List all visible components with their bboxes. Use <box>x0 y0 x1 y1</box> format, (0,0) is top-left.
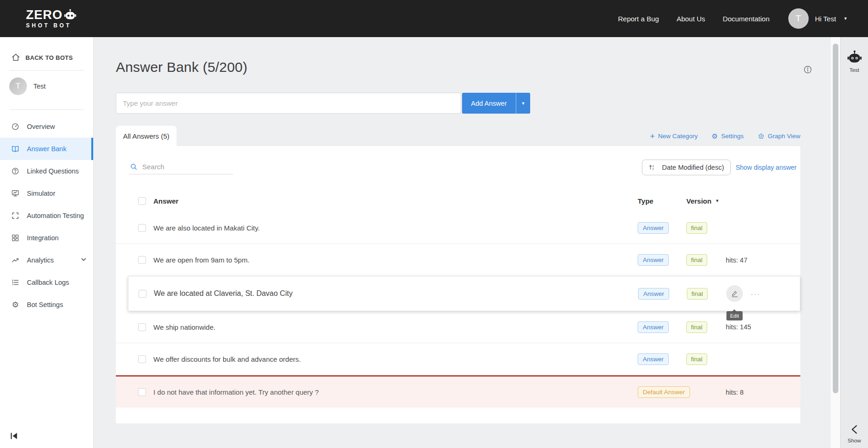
sidebar-item-integration[interactable]: Integration <box>0 227 93 249</box>
table-row[interactable]: We offer discounts for bulk and advance … <box>116 343 800 375</box>
sidebar-item-label: Integration <box>27 234 59 242</box>
table-row-hovered[interactable]: We are located at Claveria, St. Davao Ci… <box>128 276 800 311</box>
table-row[interactable]: We are open from 9am to 5pm. Answer fina… <box>116 244 800 276</box>
nav-report-a-bug[interactable]: Report a Bug <box>618 15 659 23</box>
sidebar-item-answer-bank[interactable]: Answer Bank <box>0 138 93 160</box>
plus-icon: + <box>650 134 655 139</box>
answer-text: We offer discounts for bulk and advance … <box>153 355 631 363</box>
select-all-checkbox[interactable] <box>138 197 146 205</box>
sort-dropdown[interactable]: A Z Date Modified (desc) <box>642 160 731 175</box>
bot-name: Test <box>33 83 46 90</box>
info-button[interactable] <box>803 65 812 76</box>
sidebar-item-callback-logs[interactable]: Callback Logs <box>0 271 93 294</box>
row-checkbox[interactable] <box>138 224 146 232</box>
sidebar-item-bot-settings[interactable]: ⚙ Bot Settings <box>0 294 93 316</box>
table-row[interactable]: We are also located in Makati City. Answ… <box>116 212 800 244</box>
answer-text: We are located at Claveria, St. Davao Ci… <box>154 289 631 298</box>
rail-bot-label: Test <box>849 67 859 73</box>
answer-text: I do not have that information yet. Try … <box>153 388 631 396</box>
nav-documentation[interactable]: Documentation <box>723 15 770 23</box>
chevron-down-icon: ▼ <box>715 198 719 203</box>
type-badge: Answer <box>638 288 669 300</box>
svg-text:A: A <box>653 165 654 167</box>
rail-bot-button[interactable]: Test <box>846 50 863 73</box>
add-answer-dropdown-button[interactable]: ▼ <box>516 93 530 114</box>
search-input[interactable] <box>142 163 232 171</box>
avatar: T <box>788 8 809 29</box>
divider <box>9 109 84 110</box>
column-header-answer: Answer <box>153 197 631 205</box>
tab-actions: + New Category ⚙ Settings Graph View <box>650 133 800 146</box>
show-display-answer-link[interactable]: Show display answer <box>735 164 797 171</box>
info-icon <box>803 65 812 74</box>
settings-button[interactable]: ⚙ Settings <box>711 133 743 140</box>
row-checkbox[interactable] <box>138 323 146 331</box>
logo-text: ZERO <box>26 9 63 21</box>
sidebar-item-linked-questions[interactable]: Linked Questions <box>0 160 93 182</box>
answer-input[interactable] <box>116 93 461 114</box>
back-to-bots-button[interactable]: BACK TO BOTS <box>0 37 93 62</box>
sidebar-item-analytics[interactable]: Analytics <box>0 249 93 271</box>
chevron-down-icon: ▼ <box>521 101 526 106</box>
collapse-sidebar-button[interactable] <box>9 431 19 442</box>
version-badge: final <box>687 288 708 300</box>
grid-icon <box>11 234 19 242</box>
scrollbar-thumb[interactable] <box>833 44 838 393</box>
user-greeting: Hi Test <box>815 15 836 23</box>
robot-icon <box>64 9 76 21</box>
add-answer-split-button: Add Answer ▼ <box>462 93 530 114</box>
fullscreen-icon <box>11 211 19 220</box>
table-row-default-answer[interactable]: I do not have that information yet. Try … <box>116 375 800 408</box>
gauge-icon <box>11 122 19 131</box>
sort-label: Date Modified (desc) <box>662 164 724 171</box>
row-checkbox[interactable] <box>139 290 146 298</box>
tab-all-answers[interactable]: All Answers (5) <box>116 126 177 146</box>
sidebar-item-automation-testing[interactable]: Automation Testing <box>0 205 93 227</box>
search-icon <box>130 163 138 171</box>
app-window: ZERO SHOT BOT Report a Bug About Us Docu… <box>0 0 868 448</box>
nav-about-us[interactable]: About Us <box>677 15 705 23</box>
sidebar-item-overview[interactable]: Overview <box>0 115 93 138</box>
row-checkbox[interactable] <box>138 256 146 264</box>
hits-label: hits: 47 <box>726 256 782 264</box>
type-badge: Answer <box>638 222 669 234</box>
new-category-label: New Category <box>658 133 698 140</box>
vertical-scrollbar[interactable] <box>830 37 840 448</box>
home-icon <box>11 53 20 62</box>
current-bot[interactable]: T Test <box>0 70 93 102</box>
version-badge: final <box>686 254 707 266</box>
hits-label: hits: 8 <box>726 389 782 396</box>
answers-panel: A Z Date Modified (desc) Show display an… <box>116 146 800 423</box>
main-content: Answer Bank (5/200) Add Answer ▼ All Ans… <box>94 37 830 448</box>
bot-avatar: T <box>9 77 27 95</box>
gear-icon: ⚙ <box>711 133 717 140</box>
robot-icon <box>846 50 863 65</box>
book-icon <box>11 145 19 153</box>
user-menu[interactable]: T Hi Test ▼ <box>788 8 848 29</box>
trend-icon <box>11 256 19 264</box>
add-answer-button[interactable]: Add Answer <box>462 93 516 114</box>
graph-view-button[interactable]: Graph View <box>758 133 800 140</box>
default-answer-badge: Default Answer <box>638 386 690 398</box>
edit-button[interactable]: Edit <box>726 285 743 302</box>
sidebar-item-label: Simulator <box>27 190 55 197</box>
row-checkbox[interactable] <box>138 388 146 396</box>
new-category-button[interactable]: + New Category <box>650 133 697 140</box>
version-badge: final <box>686 222 707 234</box>
edit-tooltip: Edit <box>727 311 743 320</box>
version-badge: final <box>686 353 707 365</box>
sidebar-item-label: Callback Logs <box>27 279 69 286</box>
show-panel-button[interactable]: Show <box>848 423 861 443</box>
chevron-down-icon[interactable] <box>81 256 87 264</box>
list-icon <box>11 278 19 287</box>
brand-logo[interactable]: ZERO SHOT BOT <box>26 9 76 28</box>
sidebar-item-simulator[interactable]: Simulator <box>0 182 93 205</box>
sidebar-item-label: Analytics <box>27 256 54 264</box>
version-badge: final <box>686 321 707 333</box>
top-header: ZERO SHOT BOT Report a Bug About Us Docu… <box>0 0 868 37</box>
presentation-icon <box>11 189 19 198</box>
column-header-version[interactable]: Version ▼ <box>686 197 719 205</box>
table-row[interactable]: We ship nationwide. Answer final hits: 1… <box>116 311 800 343</box>
row-checkbox[interactable] <box>138 355 146 363</box>
more-options-button[interactable]: ··· <box>751 290 760 298</box>
